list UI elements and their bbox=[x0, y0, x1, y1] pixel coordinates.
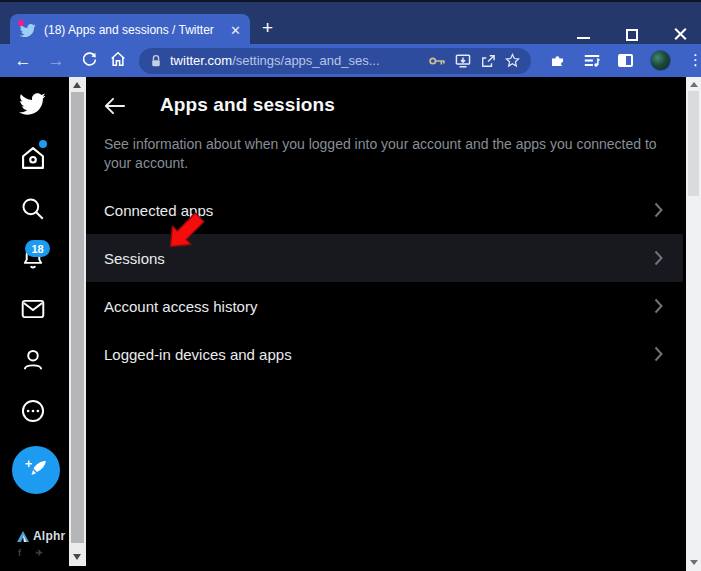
password-key-icon[interactable] bbox=[429, 55, 446, 67]
url-path: /settings/apps_and_ses... bbox=[232, 53, 379, 68]
alphr-watermark-text: Alphr bbox=[33, 529, 65, 543]
watermark-social-icons: f ✈ bbox=[18, 548, 49, 558]
forward-icon[interactable]: → bbox=[44, 52, 68, 69]
nav-home-icon[interactable] bbox=[19, 144, 47, 176]
notifications-count-badge: 18 bbox=[25, 240, 50, 257]
twitter-nav-rail: 18 Alphr f ✈ bbox=[0, 77, 69, 571]
home-icon[interactable] bbox=[106, 50, 130, 71]
tab-title: (18) Apps and sessions / Twitter bbox=[44, 23, 224, 37]
tab-close-icon[interactable]: ✕ bbox=[230, 24, 241, 37]
browser-window: (18) Apps and sessions / Twitter ✕ + ← →… bbox=[0, 0, 701, 571]
nav-search-icon[interactable] bbox=[20, 196, 46, 226]
window-close-button[interactable] bbox=[674, 28, 687, 41]
browser-toolbar: ← → twitter.com/settings/apps_and_ses... bbox=[0, 44, 701, 77]
url-domain: twitter.com bbox=[170, 53, 232, 68]
menu-item-logged-in-devices[interactable]: Logged-in devices and apps bbox=[86, 330, 683, 378]
compose-tweet-button[interactable] bbox=[12, 446, 60, 494]
browser-menu-icon[interactable]: ⋮ bbox=[688, 57, 694, 64]
browser-scrollbar[interactable] bbox=[686, 77, 701, 571]
settings-panel: Apps and sessions See information about … bbox=[86, 77, 683, 571]
chevron-right-icon bbox=[654, 346, 663, 362]
alphr-logo-icon bbox=[17, 531, 29, 542]
twitter-favicon-icon bbox=[19, 22, 36, 39]
settings-header: Apps and sessions bbox=[86, 90, 683, 124]
page-description: See information about when you logged in… bbox=[104, 135, 660, 173]
browser-scrollbar-thumb[interactable] bbox=[688, 91, 699, 196]
nav-messages-icon[interactable] bbox=[20, 296, 46, 326]
lock-icon[interactable] bbox=[150, 54, 162, 68]
page-title: Apps and sessions bbox=[160, 94, 335, 116]
side-panel-icon[interactable] bbox=[618, 54, 633, 67]
chevron-right-icon bbox=[654, 298, 663, 314]
scroll-up-icon[interactable] bbox=[690, 82, 698, 87]
annotation-arrow-icon bbox=[162, 208, 209, 255]
inner-scrollbar[interactable] bbox=[69, 77, 86, 566]
share-icon[interactable] bbox=[480, 54, 496, 68]
scroll-down-icon[interactable] bbox=[690, 560, 698, 565]
reload-icon[interactable] bbox=[77, 51, 101, 71]
favicon-notification-dot bbox=[18, 20, 24, 26]
scroll-up-icon[interactable] bbox=[73, 82, 81, 88]
twitter-logo-icon[interactable] bbox=[18, 90, 46, 122]
back-icon[interactable]: ← bbox=[11, 52, 35, 69]
alphr-watermark: Alphr bbox=[17, 529, 65, 543]
page-content: 18 Alphr f ✈ bbox=[0, 77, 701, 571]
scroll-down-icon[interactable] bbox=[73, 554, 81, 560]
chevron-right-icon bbox=[654, 250, 663, 266]
inner-scrollbar-thumb[interactable] bbox=[71, 92, 84, 543]
install-app-icon[interactable] bbox=[455, 54, 471, 68]
url-text[interactable]: twitter.com/settings/apps_and_ses... bbox=[170, 53, 420, 68]
chevron-right-icon bbox=[654, 202, 663, 218]
window-minimize-button[interactable] bbox=[577, 37, 590, 39]
tab-strip: (18) Apps and sessions / Twitter ✕ + bbox=[0, 0, 701, 44]
new-tab-button[interactable]: + bbox=[262, 18, 273, 37]
nav-more-icon[interactable] bbox=[20, 398, 46, 428]
address-bar[interactable]: twitter.com/settings/apps_and_ses... bbox=[139, 48, 531, 74]
extensions-puzzle-icon[interactable] bbox=[549, 52, 566, 69]
media-controls-icon[interactable] bbox=[583, 53, 601, 68]
profile-avatar[interactable] bbox=[650, 50, 671, 71]
menu-item-account-access-history[interactable]: Account access history bbox=[86, 282, 683, 330]
bookmark-star-icon[interactable] bbox=[505, 53, 520, 68]
browser-tab[interactable]: (18) Apps and sessions / Twitter ✕ bbox=[10, 14, 250, 46]
back-arrow-icon[interactable] bbox=[101, 93, 127, 119]
nav-profile-icon[interactable] bbox=[20, 347, 46, 377]
window-maximize-button[interactable] bbox=[626, 29, 638, 41]
